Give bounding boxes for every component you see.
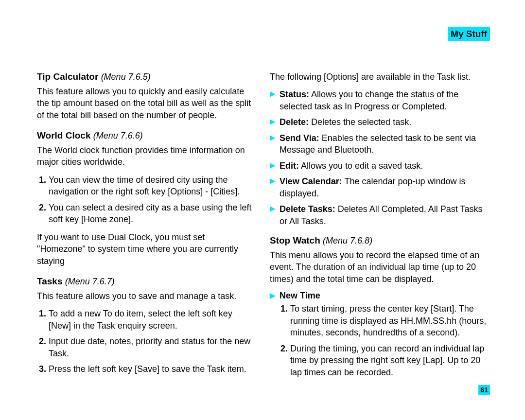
page-number: 61 [478, 385, 490, 395]
heading-stop-watch: Stop Watch (Menu 7.6.8) [270, 235, 488, 247]
paragraph: The following [Options] are available in… [270, 71, 488, 83]
list-item: You can select a desired city as a base … [49, 202, 255, 226]
ordered-list: To start timing, press the center key [S… [280, 303, 488, 378]
list-item: Press the left soft key [Save] to save t… [49, 363, 255, 375]
list-item: Status: Allows you to change the status … [270, 88, 488, 116]
list-item: Send Via: Enables the selected task to b… [270, 132, 488, 160]
list-item: To start timing, press the center key [S… [290, 303, 488, 338]
paragraph: The World clock function provides time i… [37, 144, 255, 168]
section-tab-label: My Stuff [451, 29, 487, 39]
left-column: Tip Calculator (Menu 7.6.5) This feature… [37, 71, 255, 382]
content-columns: Tip Calculator (Menu 7.6.5) This feature… [37, 71, 488, 382]
section-tab: My Stuff [448, 27, 490, 41]
list-item: Input due date, notes, priority and stat… [49, 335, 255, 359]
list-item: Delete: Deletes the selected task. [270, 116, 488, 132]
paragraph: This feature allows you to quickly and e… [37, 86, 255, 121]
heading-world-clock: World Clock (Menu 7.6.6) [37, 130, 255, 142]
list-item: During the timing, you can record an ind… [290, 343, 488, 378]
list-item: To add a new To do item, select the left… [49, 308, 255, 332]
subheading-new-time: New Time [270, 291, 488, 301]
list-item: Edit: Allows you to edit a saved task. [270, 160, 488, 175]
manual-page: My Stuff Tip Calculator (Menu 7.6.5) Thi… [0, 0, 525, 420]
paragraph: If you want to use Dual Clock, you must … [37, 231, 255, 267]
options-list: Status: Allows you to change the status … [270, 88, 488, 231]
heading-tasks: Tasks (Menu 7.6.7) [37, 276, 255, 288]
heading-tip-calculator: Tip Calculator (Menu 7.6.5) [37, 71, 255, 83]
ordered-list: You can view the time of desired city us… [37, 174, 255, 226]
list-item: View Calendar: The calendar pop-up windo… [270, 175, 488, 203]
right-column: The following [Options] are available in… [270, 71, 488, 382]
paragraph: This feature allows you to save and mana… [37, 290, 255, 302]
list-item: Delete Tasks: Deletes All Completed, All… [270, 203, 488, 231]
paragraph: This menu allows you to record the elaps… [270, 249, 488, 285]
ordered-list: To add a new To do item, select the left… [37, 308, 255, 375]
list-item: You can view the time of desired city us… [49, 174, 255, 198]
